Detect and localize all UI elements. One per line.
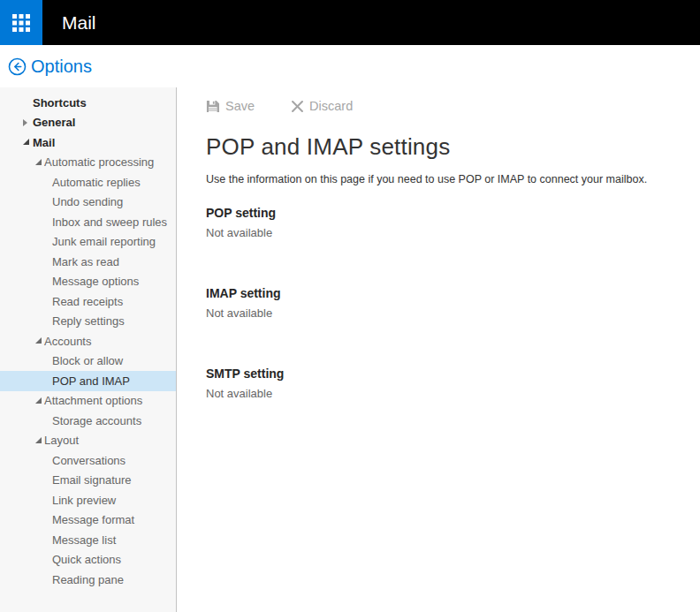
toolbar: Save Discard (206, 97, 691, 115)
sidebar-item-pop-and-imap[interactable]: POP and IMAP (0, 371, 176, 391)
sidebar-item-label: Read receipts (52, 295, 123, 308)
sidebar-item-general[interactable]: General (0, 113, 176, 133)
page-title: POP and IMAP settings (206, 133, 691, 161)
sidebar-item-conversations[interactable]: Conversations (0, 450, 176, 471)
sidebar-item-label: Reading pane (52, 573, 124, 586)
grid-icon (12, 14, 30, 32)
sidebar-item-label: Mark as read (52, 255, 119, 268)
sidebar-item-label: General (33, 116, 75, 129)
sidebar-item-reading-pane[interactable]: Reading pane (0, 570, 176, 590)
sidebar-item-message-list[interactable]: Message list (0, 530, 176, 550)
sidebar-item-label: Message list (52, 533, 116, 547)
setting-section-value: Not available (206, 306, 691, 320)
sidebar-item-label: Junk email reporting (52, 235, 156, 248)
setting-section-heading: POP setting (206, 206, 691, 220)
tree-collapsed-icon[interactable] (23, 119, 27, 126)
app-title: Mail (62, 0, 96, 45)
sidebar-item-label: Block or allow (52, 354, 123, 367)
x-mark-icon (292, 101, 303, 112)
discard-button-label: Discard (309, 99, 353, 113)
sidebar-item-reply-settings[interactable]: Reply settings (0, 312, 176, 332)
back-circle-arrow-icon (8, 57, 27, 76)
sidebar-item-mark-as-read[interactable]: Mark as read (0, 252, 176, 272)
sidebar-item-label: Email signature (52, 473, 132, 487)
sidebar-item-storage-accounts[interactable]: Storage accounts (0, 411, 176, 431)
app-launcher-button[interactable] (0, 0, 42, 45)
setting-section-imap-setting: IMAP setting Not available (206, 286, 691, 320)
sidebar-item-accounts[interactable]: Accounts (0, 331, 176, 351)
sidebar-item-automatic-replies[interactable]: Automatic replies (0, 172, 176, 193)
sidebar-item-layout[interactable]: Layout (0, 431, 176, 451)
sidebar-item-label: Conversations (52, 454, 126, 467)
sidebar-item-label: Layout (44, 434, 79, 447)
main-row: ShortcutsGeneralMailAutomatic processing… (0, 87, 700, 612)
sidebar-item-label: POP and IMAP (52, 374, 130, 388)
sidebar-item-attachment-options[interactable]: Attachment options (0, 391, 176, 412)
setting-section-heading: IMAP setting (206, 286, 691, 300)
sidebar-item-undo-sending[interactable]: Undo sending (0, 193, 176, 213)
sidebar-item-email-signature[interactable]: Email signature (0, 471, 176, 491)
tree-expanded-icon[interactable] (23, 139, 29, 145)
sidebar-item-label: Attachment options (44, 394, 142, 407)
sidebar-item-block-or-allow[interactable]: Block or allow (0, 351, 176, 372)
sidebar-item-label: Quick actions (52, 553, 121, 566)
sidebar-item-read-receipts[interactable]: Read receipts (0, 291, 176, 312)
setting-section-smtp-setting: SMTP setting Not available (206, 366, 691, 400)
sidebar-item-label: Mail (33, 136, 55, 149)
setting-section-value: Not available (206, 387, 691, 400)
discard-button[interactable]: Discard (292, 99, 353, 113)
sidebar-item-label: Shortcuts (33, 96, 87, 110)
settings-sections: POP setting Not available IMAP setting N… (206, 206, 691, 400)
sidebar-item-quick-actions[interactable]: Quick actions (0, 550, 176, 570)
options-back-link[interactable]: Options (0, 45, 92, 87)
sidebar-item-label: Message format (52, 513, 134, 526)
floppy-disk-icon (206, 100, 219, 113)
sidebar-item-label: Reply settings (52, 314, 125, 328)
content-pane: Save Discard POP and IMAP settings Use t… (177, 87, 700, 612)
sidebar-item-label: Message options (52, 275, 139, 288)
setting-section-value: Not available (206, 226, 691, 239)
setting-section-heading: SMTP setting (206, 366, 691, 381)
sidebar-item-label: Automatic replies (52, 176, 141, 189)
sidebar-item-inbox-and-sweep-rules[interactable]: Inbox and sweep rules (0, 212, 176, 232)
options-label: Options (31, 57, 92, 77)
tree-expanded-icon[interactable] (35, 397, 42, 404)
sidebar-item-automatic-processing[interactable]: Automatic processing (0, 153, 176, 173)
sidebar-item-label: Link preview (52, 494, 116, 507)
tree-expanded-icon[interactable] (35, 437, 42, 443)
save-button[interactable]: Save (206, 99, 255, 113)
sidebar-item-message-format[interactable]: Message format (0, 510, 176, 531)
tree-expanded-icon[interactable] (35, 337, 42, 344)
sidebar-item-junk-email-reporting[interactable]: Junk email reporting (0, 232, 176, 253)
sidebar-item-message-options[interactable]: Message options (0, 272, 176, 292)
setting-section-pop-setting: POP setting Not available (206, 206, 691, 239)
save-button-label: Save (225, 99, 255, 113)
sidebar-item-label: Accounts (44, 335, 91, 348)
sidebar-item-mail[interactable]: Mail (0, 132, 176, 153)
tree-expanded-icon[interactable] (35, 159, 42, 165)
sidebar-item-label: Storage accounts (52, 414, 141, 427)
sidebar-item-shortcuts[interactable]: Shortcuts (0, 93, 176, 113)
top-app-bar: Mail (0, 0, 700, 45)
options-sidebar: ShortcutsGeneralMailAutomatic processing… (0, 87, 177, 612)
sidebar-item-label: Inbox and sweep rules (52, 215, 167, 229)
sidebar-item-label: Automatic processing (44, 155, 154, 169)
sidebar-item-link-preview[interactable]: Link preview (0, 490, 176, 510)
sidebar-item-label: Undo sending (52, 195, 123, 208)
page-description: Use the information on this page if you … (206, 173, 691, 185)
